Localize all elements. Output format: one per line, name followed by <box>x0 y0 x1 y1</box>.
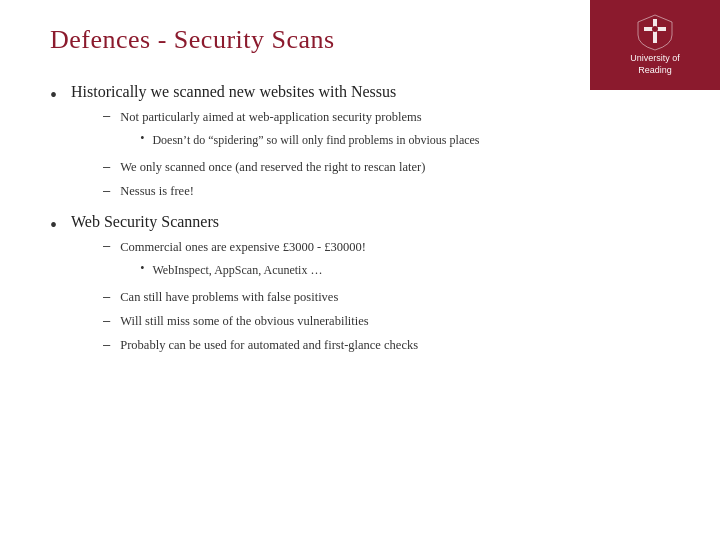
sub-text-2-4: Probably can be used for automated and f… <box>120 336 418 355</box>
slide: University of Reading Defences - Securit… <box>0 0 720 540</box>
logo-area: University of Reading <box>590 0 720 90</box>
sub-item-1-1-content: Not particularly aimed at web-applicatio… <box>120 107 479 153</box>
bullet-2: • Web Security Scanners – Commercial one… <box>50 213 670 359</box>
bullet-2-sublist: – Commercial ones are expensive £3000 - … <box>103 237 418 354</box>
sub-text-1-1: Not particularly aimed at web-applicatio… <box>120 110 421 124</box>
sub-sub-item-1-1-1: • Doesn’t do “spidering” so will only fi… <box>140 131 479 149</box>
sub-sub-bullet-1-1-1: • <box>140 131 144 146</box>
bullet-2-text: Web Security Scanners <box>71 213 219 230</box>
sub-dash-2-4: – <box>103 337 110 352</box>
bullet-2-dot: • <box>50 214 57 237</box>
sub-sub-item-2-1-1: • WebInspect, AppScan, Acunetix … <box>140 261 366 279</box>
sub-sub-bullet-2-1-1: • <box>140 261 144 276</box>
sub-sub-list-2-1: • WebInspect, AppScan, Acunetix … <box>140 261 366 279</box>
sub-item-1-2: – We only scanned once (and reserved the… <box>103 158 480 177</box>
bullet-1-content: Historically we scanned new websites wit… <box>71 83 480 205</box>
sub-item-1-3: – Nessus is free! <box>103 182 480 201</box>
university-shield-icon <box>636 13 674 51</box>
sub-text-2-1: Commercial ones are expensive £3000 - £3… <box>120 240 366 254</box>
slide-title: Defences - Security Scans <box>50 25 670 55</box>
sub-dash-1-1: – <box>103 108 110 123</box>
sub-item-2-3: – Will still miss some of the obvious vu… <box>103 312 418 331</box>
bullet-1-text: Historically we scanned new websites wit… <box>71 83 396 100</box>
sub-text-1-2: We only scanned once (and reserved the r… <box>120 158 425 177</box>
sub-item-2-1-content: Commercial ones are expensive £3000 - £3… <box>120 237 366 283</box>
bullet-1-dot: • <box>50 84 57 107</box>
sub-text-1-3: Nessus is free! <box>120 182 194 201</box>
sub-dash-1-2: – <box>103 159 110 174</box>
sub-item-2-1: – Commercial ones are expensive £3000 - … <box>103 237 418 283</box>
bullet-1-sublist: – Not particularly aimed at web-applicat… <box>103 107 480 200</box>
sub-sub-list-1-1: • Doesn’t do “spidering” so will only fi… <box>140 131 479 149</box>
sub-item-2-2: – Can still have problems with false pos… <box>103 288 418 307</box>
sub-dash-1-3: – <box>103 183 110 198</box>
bullet-2-content: Web Security Scanners – Commercial ones … <box>71 213 418 359</box>
sub-item-1-1: – Not particularly aimed at web-applicat… <box>103 107 480 153</box>
bullet-1: • Historically we scanned new websites w… <box>50 83 670 205</box>
sub-sub-text-2-1-1: WebInspect, AppScan, Acunetix … <box>152 261 322 279</box>
sub-text-2-3: Will still miss some of the obvious vuln… <box>120 312 368 331</box>
sub-text-2-2: Can still have problems with false posit… <box>120 288 338 307</box>
sub-dash-2-3: – <box>103 313 110 328</box>
sub-dash-2-2: – <box>103 289 110 304</box>
sub-item-2-4: – Probably can be used for automated and… <box>103 336 418 355</box>
sub-dash-2-1: – <box>103 238 110 253</box>
university-name: University of Reading <box>630 53 680 76</box>
svg-point-2 <box>652 26 658 32</box>
sub-sub-text-1-1-1: Doesn’t do “spidering” so will only find… <box>152 131 479 149</box>
